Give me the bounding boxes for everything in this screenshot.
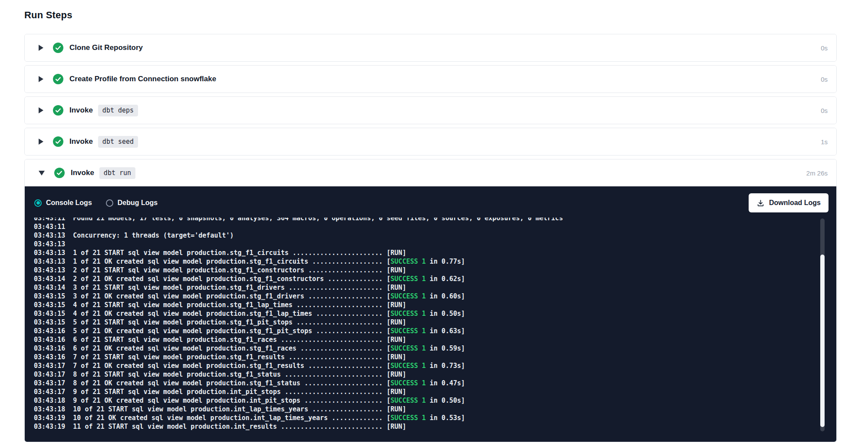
log-timestamp: 03:43:17 xyxy=(34,379,65,387)
log-message: 6 of 21 START sql view model production.… xyxy=(65,336,383,344)
step-command-badge: dbt seed xyxy=(98,136,138,148)
step-duration: 2m 26s xyxy=(806,169,828,177)
run-step-header-dbt-run[interactable]: Invoke dbt run 2m 26s xyxy=(25,159,836,186)
log-status-run: [RUN] xyxy=(383,388,406,396)
log-message: 9 of 21 OK created sql view model produc… xyxy=(65,397,383,404)
log-line: 03:43:16 6 of 21 START sql view model pr… xyxy=(34,335,836,344)
log-line: 03:43:13 1 of 21 START sql view model pr… xyxy=(34,248,836,257)
log-timestamp: 03:43:17 xyxy=(34,371,65,378)
log-timestamp: 03:43:11 xyxy=(34,218,65,222)
log-scrollbar-thumb[interactable] xyxy=(820,255,825,427)
log-line: 03:43:13 Concurrency: 1 threads (target=… xyxy=(34,231,836,240)
log-line: 03:43:17 9 of 21 START sql view model pr… xyxy=(34,387,836,396)
log-status-duration: in 0.77s] xyxy=(426,258,465,265)
log-panel: Console Logs Debug Logs Download Logs xyxy=(25,186,836,442)
log-timestamp: 03:43:16 xyxy=(34,327,65,335)
step-label: Clone Git Repository xyxy=(69,43,143,52)
log-status-run: [RUN] xyxy=(383,405,406,413)
run-step-header-dbt-deps[interactable]: Invoke dbt deps 0s xyxy=(25,97,836,124)
log-line: 03:43:18 9 of 21 OK created sql view mod… xyxy=(34,396,836,405)
log-timestamp: 03:43:13 xyxy=(34,266,65,274)
log-timestamp: 03:43:18 xyxy=(34,405,65,413)
log-timestamp: 03:43:13 xyxy=(34,249,65,257)
log-timestamp: 03:43:13 xyxy=(34,232,65,239)
expand-caret-icon[interactable] xyxy=(39,107,43,113)
log-status-success: SUCCESS 1 xyxy=(391,258,426,265)
log-timestamp: 03:43:16 xyxy=(34,344,65,352)
step-label: Invoke xyxy=(69,106,93,115)
log-message: 10 of 21 OK created sql view model produ… xyxy=(65,414,383,422)
log-timestamp: 03:43:13 xyxy=(34,240,65,248)
log-message: 2 of 21 OK created sql view model produc… xyxy=(65,275,383,283)
success-check-icon xyxy=(54,168,65,178)
log-line: 03:43:19 10 of 21 OK created sql view mo… xyxy=(34,414,836,422)
run-step-header-create-profile[interactable]: Create Profile from Connection snowflake… xyxy=(25,66,836,93)
log-timestamp: 03:43:17 xyxy=(34,388,65,396)
log-status-success: SUCCESS 1 xyxy=(391,310,426,318)
log-status-success: SUCCESS 1 xyxy=(391,327,426,335)
log-line: 03:43:16 7 of 21 START sql view model pr… xyxy=(34,353,836,361)
log-timestamp: 03:43:15 xyxy=(34,301,65,309)
log-line: 03:43:15 4 of 21 OK created sql view mod… xyxy=(34,309,836,318)
log-status-run: [RUN] xyxy=(383,301,406,309)
log-line: 03:43:17 8 of 21 OK created sql view mod… xyxy=(34,379,836,387)
log-timestamp: 03:43:17 xyxy=(34,362,65,370)
log-timestamp: 03:43:14 xyxy=(34,275,65,283)
console-logs-label: Console Logs xyxy=(46,199,92,207)
log-status-bracket: [ xyxy=(383,292,391,300)
log-status-duration: in 0.53s] xyxy=(426,414,465,422)
log-status-run: [RUN] xyxy=(383,336,406,344)
run-step-card: Invoke dbt seed 1s xyxy=(24,128,837,156)
log-line: 03:43:18 10 of 21 START sql view model p… xyxy=(34,405,836,414)
log-status-bracket: [ xyxy=(383,379,391,387)
step-duration: 0s xyxy=(821,107,828,114)
log-timestamp: 03:43:14 xyxy=(34,284,65,291)
log-status-bracket: [ xyxy=(383,310,391,318)
radio-unselected-icon[interactable] xyxy=(106,199,113,207)
log-status-duration: in 0.60s] xyxy=(426,292,465,300)
log-timestamp: 03:43:19 xyxy=(34,414,65,422)
console-logs[interactable]: 03:43:11 Found 21 models, 17 tests, 0 sn… xyxy=(25,218,836,436)
download-logs-button[interactable]: Download Logs xyxy=(749,193,829,212)
log-status-bracket: [ xyxy=(383,414,391,422)
log-message: 7 of 21 OK created sql view model produc… xyxy=(65,362,383,370)
log-status-success: SUCCESS 1 xyxy=(391,344,426,352)
log-status-run: [RUN] xyxy=(383,371,406,378)
run-step-header-clone-git[interactable]: Clone Git Repository 0s xyxy=(25,34,836,61)
run-step-header-dbt-seed[interactable]: Invoke dbt seed 1s xyxy=(25,128,836,155)
log-message: 9 of 21 START sql view model production.… xyxy=(65,388,383,396)
log-line: 03:43:17 8 of 21 START sql view model pr… xyxy=(34,370,836,379)
console-logs-radio-option[interactable]: Console Logs xyxy=(34,199,92,207)
log-message: 4 of 21 OK created sql view model produc… xyxy=(65,310,383,318)
log-line: 03:43:13 1 of 21 OK created sql view mod… xyxy=(34,257,836,266)
console-log-lines: 03:43:11 Found 21 models, 17 tests, 0 sn… xyxy=(34,218,836,431)
collapse-caret-icon[interactable] xyxy=(39,171,45,175)
debug-logs-radio-option[interactable]: Debug Logs xyxy=(106,199,158,207)
step-command-badge: dbt deps xyxy=(98,105,138,116)
log-status-bracket: [ xyxy=(383,362,391,370)
log-status-success: SUCCESS 1 xyxy=(391,275,426,283)
log-status-duration: in 0.73s] xyxy=(426,362,465,370)
log-message: 6 of 21 OK created sql view model produc… xyxy=(65,344,383,352)
radio-selected-icon[interactable] xyxy=(34,199,42,207)
log-status-run: [RUN] xyxy=(383,318,406,326)
expand-caret-icon[interactable] xyxy=(39,45,43,51)
log-message: Concurrency: 1 threads (target='default'… xyxy=(65,232,233,239)
step-duration: 1s xyxy=(821,138,828,146)
log-status-duration: in 0.63s] xyxy=(426,327,465,335)
log-line: 03:43:16 6 of 21 OK created sql view mod… xyxy=(34,344,836,353)
run-step-card: Clone Git Repository 0s xyxy=(24,34,837,62)
log-status-run: [RUN] xyxy=(383,284,406,291)
log-status-duration: in 0.62s] xyxy=(426,275,465,283)
success-check-icon xyxy=(53,105,63,116)
log-message: 5 of 21 OK created sql view model produc… xyxy=(65,327,383,335)
log-message: 8 of 21 START sql view model production.… xyxy=(65,371,383,378)
log-scrollbar-track[interactable] xyxy=(820,219,825,431)
log-status-bracket: [ xyxy=(383,397,391,404)
log-message: 8 of 21 OK created sql view model produc… xyxy=(65,379,383,387)
expand-caret-icon[interactable] xyxy=(39,139,43,145)
log-message: 11 of 21 START sql view model production… xyxy=(65,423,383,430)
log-message: Found 21 models, 17 tests, 0 snapshots, … xyxy=(65,218,563,222)
expand-caret-icon[interactable] xyxy=(39,76,43,82)
log-status-duration: in 0.50s] xyxy=(426,310,465,318)
